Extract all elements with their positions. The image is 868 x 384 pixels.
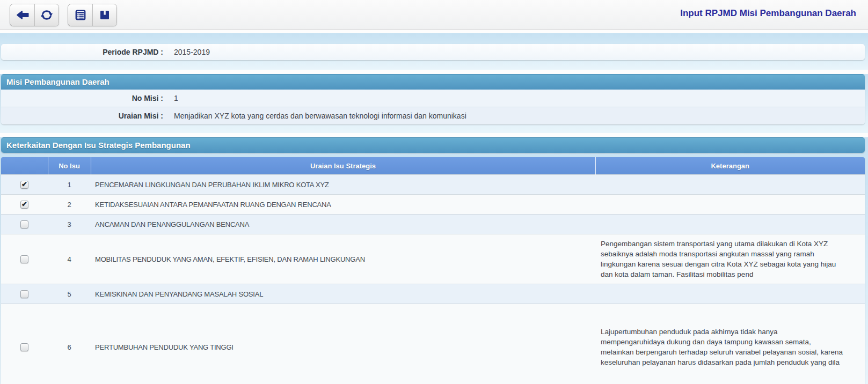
row-keterangan: [595, 175, 865, 195]
row-uraian-isu: PERTUMBUHAN PENDUDUK YANG TINGGI: [91, 304, 595, 384]
isu-row-checkbox[interactable]: [20, 290, 28, 298]
isu-table-header-row: No Isu Uraian Isu Strategis Keterangan: [1, 157, 865, 175]
row-select-cell: [1, 234, 48, 284]
row-keterangan: [595, 215, 865, 234]
row-uraian-isu: KETIDAKSESUAIAN ANTARA PEMANFAATAN RUANG…: [91, 195, 595, 215]
toolbar-group-nav: [10, 4, 59, 26]
table-row: 3ANCAMAN DAN PENANGGULANGAN BENCANA: [1, 215, 865, 234]
isu-table-wrap: No Isu Uraian Isu Strategis Keterangan 1…: [1, 157, 865, 384]
column-header-no-isu: No Isu: [48, 157, 91, 175]
isu-row-checkbox[interactable]: [20, 220, 28, 228]
isu-row-checkbox[interactable]: [20, 181, 28, 189]
row-uraian-isu: MOBILITAS PENDUDUK YANG AMAN, EFEKTIF, E…: [91, 234, 595, 284]
toolbar: Input RPJMD Misi Pembangunan Daerah: [0, 0, 868, 30]
misi-section-header: Misi Pembangunan Daerah: [1, 74, 865, 90]
row-select-cell: [1, 284, 48, 304]
table-row: 5KEMISKINAN DAN PENYANDANG MASALAH SOSIA…: [1, 284, 865, 304]
periode-label: Periode RPJMD :: [1, 48, 167, 56]
list-button[interactable]: [68, 4, 92, 26]
uraian-misi-value: Menjadikan XYZ kota yang cerdas dan berw…: [174, 112, 466, 120]
table-row: 1PENCEMARAN LINGKUNGAN DAN PERUBAHAN IKL…: [1, 175, 865, 195]
uraian-misi-label: Uraian Misi :: [1, 112, 167, 120]
back-button[interactable]: [10, 4, 34, 26]
row-uraian-isu: PENCEMARAN LINGKUNGAN DAN PERUBAHAN IKLI…: [91, 175, 595, 195]
page-title: Input RPJMD Misi Pembangunan Daerah: [680, 8, 856, 19]
refresh-icon: [40, 9, 53, 21]
table-row: 2KETIDAKSESUAIAN ANTARA PEMANFAATAN RUAN…: [1, 195, 865, 215]
row-keterangan: Pengembangan sistem transportasi yang ut…: [595, 234, 865, 284]
row-no-isu: 3: [48, 215, 91, 234]
row-keterangan: [595, 284, 865, 304]
column-header-uraian: Uraian Isu Strategis: [91, 157, 595, 175]
no-misi-row: No Misi : 1: [1, 90, 865, 107]
list-icon: [74, 9, 87, 21]
row-no-isu: 1: [48, 175, 91, 195]
no-misi-value: 1: [174, 94, 178, 102]
periode-section: Periode RPJMD : 2015-2019: [0, 33, 868, 70]
column-header-select: [1, 157, 48, 175]
no-misi-label: No Misi :: [1, 94, 167, 102]
back-arrow-icon: [16, 9, 30, 21]
periode-row: Periode RPJMD : 2015-2019: [1, 44, 865, 60]
isu-section-header: Keterkaitan Dengan Isu Strategis Pembang…: [1, 137, 865, 153]
keterangan-text: Lajupertumbuhan penduduk pada akhirnya t…: [601, 327, 843, 367]
toolbar-group-actions: [68, 4, 117, 26]
refresh-button[interactable]: [34, 4, 59, 26]
row-no-isu: 5: [48, 284, 91, 304]
row-uraian-isu: ANCAMAN DAN PENANGGULANGAN BENCANA: [91, 215, 595, 234]
row-select-cell: [1, 215, 48, 234]
misi-section: Misi Pembangunan Daerah No Misi : 1 Urai…: [0, 74, 868, 133]
row-no-isu: 2: [48, 195, 91, 215]
row-select-cell: [1, 175, 48, 195]
row-keterangan: [595, 195, 865, 215]
isu-row-checkbox[interactable]: [20, 255, 28, 263]
table-row: 6PERTUMBUHAN PENDUDUK YANG TINGGILajuper…: [1, 304, 865, 384]
row-uraian-isu: KEMISKINAN DAN PENYANDANG MASALAH SOSIAL: [91, 284, 595, 304]
page: Input RPJMD Misi Pembangunan Daerah Peri…: [0, 0, 868, 384]
isu-row-checkbox[interactable]: [20, 343, 28, 351]
isu-table-body: 1PENCEMARAN LINGKUNGAN DAN PERUBAHAN IKL…: [1, 175, 865, 384]
row-no-isu: 4: [48, 234, 91, 284]
save-button[interactable]: [92, 4, 116, 26]
uraian-misi-row: Uraian Misi : Menjadikan XYZ kota yang c…: [1, 107, 865, 124]
isu-section: Keterkaitan Dengan Isu Strategis Pembang…: [0, 137, 868, 384]
periode-value: 2015-2019: [174, 48, 210, 56]
row-no-isu: 6: [48, 304, 91, 384]
table-row: 4MOBILITAS PENDUDUK YANG AMAN, EFEKTIF, …: [1, 234, 865, 284]
row-keterangan: Lajupertumbuhan penduduk pada akhirnya t…: [595, 304, 865, 384]
isu-row-checkbox[interactable]: [20, 201, 28, 209]
save-icon: [98, 9, 111, 21]
misi-panel: Misi Pembangunan Daerah No Misi : 1 Urai…: [1, 74, 865, 124]
keterangan-text: Pengembangan sistem transportasi yang ut…: [601, 239, 843, 279]
row-select-cell: [1, 195, 48, 215]
row-select-cell: [1, 304, 48, 384]
isu-table: No Isu Uraian Isu Strategis Keterangan 1…: [1, 157, 865, 384]
column-header-keterangan: Keterangan: [595, 157, 865, 175]
